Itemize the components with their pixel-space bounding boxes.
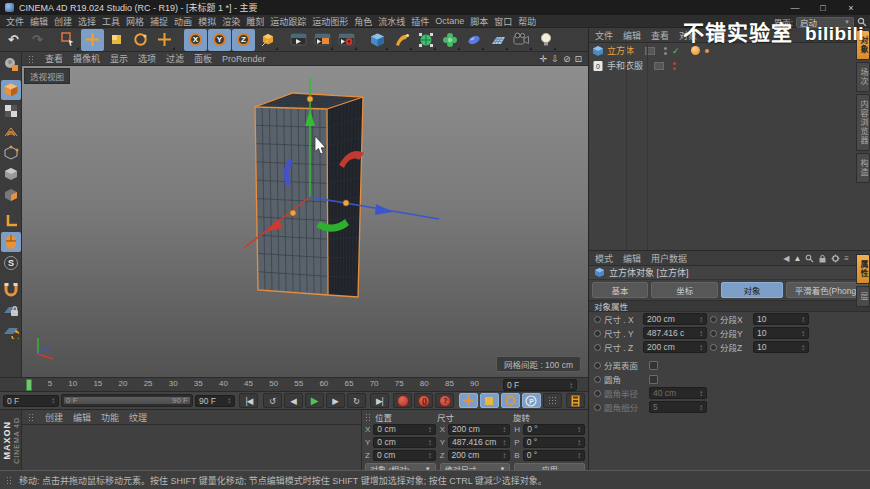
search-icon[interactable] [805, 254, 814, 263]
material-list-empty[interactable] [22, 425, 361, 470]
om-menu-file[interactable]: 文件 [595, 29, 613, 42]
rot-b-field[interactable]: 0 °↕ [523, 450, 585, 461]
menu-file[interactable]: 文件 [6, 15, 24, 28]
side-tab-takes[interactable]: 场次 [856, 62, 870, 92]
tag-dot-icon[interactable] [705, 49, 709, 53]
lock-icon[interactable] [818, 254, 827, 263]
anim-dot[interactable] [710, 316, 717, 323]
phong-tag-icon[interactable] [691, 46, 700, 55]
add-camera-button[interactable] [510, 29, 533, 51]
vp-pan-icon[interactable]: ✛ [540, 54, 548, 64]
add-primitive-cube-button[interactable] [366, 29, 389, 51]
vp-toggle-view-icon[interactable]: ⊡ [574, 54, 582, 64]
x-axis-lock-button[interactable]: X [184, 29, 207, 51]
vp-menu-options[interactable]: 选项 [138, 52, 156, 65]
vp-menu-view[interactable]: 查看 [45, 52, 63, 65]
add-environment-button[interactable] [462, 29, 485, 51]
fillet-checkbox[interactable] [649, 375, 658, 384]
vp-menu-prorender[interactable]: ProRender [222, 54, 266, 64]
vp-menu-display[interactable]: 显示 [110, 52, 128, 65]
menu-snap[interactable]: 捕捉 [150, 15, 168, 28]
anim-dot[interactable] [710, 330, 717, 337]
mat-menu-function[interactable]: 功能 [101, 411, 119, 424]
menu-motion-tracker[interactable]: 运动跟踪 [270, 15, 306, 28]
play-button[interactable]: ▶ [305, 393, 324, 408]
layer-square[interactable] [654, 62, 664, 70]
filter-icon[interactable]: ▲ [793, 254, 801, 263]
keyframe-presets-button[interactable] [566, 393, 585, 408]
object-row-secondary[interactable]: 0 手和衣服 [589, 58, 870, 73]
key-position-toggle[interactable] [459, 393, 478, 408]
lock-workplane-button[interactable] [1, 300, 21, 320]
search-icon[interactable] [857, 17, 867, 27]
menu-mograph[interactable]: 运动图形 [312, 15, 348, 28]
scale-tool-button[interactable] [105, 29, 128, 51]
texture-mode-button[interactable] [1, 101, 21, 121]
ruler-frame-field[interactable]: 0 F↕ [503, 379, 577, 391]
menu-mesh[interactable]: 网格 [126, 15, 144, 28]
previous-key-button[interactable]: ↺ [263, 393, 282, 408]
seg-y-field[interactable]: 10↕ [753, 327, 809, 339]
menu-character[interactable]: 角色 [354, 15, 372, 28]
menu-plugins[interactable]: 插件 [411, 15, 429, 28]
autokey-button[interactable]: ( ) [414, 393, 433, 408]
render-view-button[interactable] [287, 29, 310, 51]
previous-frame-button[interactable]: ◀ [284, 393, 303, 408]
viewport-solo-button[interactable] [1, 232, 21, 252]
menu-select[interactable]: 选择 [78, 15, 96, 28]
render-settings-button[interactable] [335, 29, 358, 51]
enabled-check-icon[interactable]: ✓ [672, 46, 680, 56]
move-tool-button[interactable] [81, 29, 104, 51]
add-deformer-button[interactable] [438, 29, 461, 51]
menu-script[interactable]: 脚本 [470, 15, 488, 28]
vp-menu-panel[interactable]: 面板 [194, 52, 212, 65]
om-menu-tags[interactable]: 标签 [707, 29, 725, 42]
redo-button[interactable]: ↷ [26, 29, 49, 51]
frame-range-slider[interactable]: 0 F 90 F [61, 394, 193, 407]
maximize-button[interactable]: □ [809, 0, 837, 15]
pos-y-field[interactable]: 0 cm↕ [373, 437, 435, 448]
y-axis-lock-button[interactable]: Y [208, 29, 231, 51]
polygon-face-mode-button[interactable] [1, 185, 21, 205]
menu-tools[interactable]: 工具 [102, 15, 120, 28]
add-spline-button[interactable] [390, 29, 413, 51]
seg-x-field[interactable]: 10↕ [753, 313, 809, 325]
size-z-field[interactable]: 200 cm↕ [448, 450, 511, 461]
snap-settings-button[interactable]: S [1, 253, 21, 273]
am-menu-edit[interactable]: 编辑 [623, 252, 641, 265]
am-menu-userdata[interactable]: 用户数据 [651, 252, 687, 265]
pos-z-field[interactable]: 0 cm↕ [373, 450, 436, 461]
mat-menu-edit[interactable]: 编辑 [73, 411, 91, 424]
visibility-dots[interactable] [664, 47, 667, 55]
anim-dot[interactable] [594, 330, 601, 337]
menu-edit[interactable]: 编辑 [30, 15, 48, 28]
om-menu-objects[interactable]: 对象 [679, 29, 697, 42]
live-selection-button[interactable] [57, 29, 80, 51]
menu-render[interactable]: 渲染 [222, 15, 240, 28]
next-key-button[interactable]: ↻ [347, 393, 366, 408]
current-frame-field[interactable]: 0 F↕ [3, 395, 59, 407]
anim-dot[interactable] [594, 362, 601, 369]
add-floor-button[interactable] [486, 29, 509, 51]
enable-snap-button[interactable] [1, 279, 21, 299]
side-tab-content-browser[interactable]: 内容浏览器 [856, 94, 870, 151]
size-y-field[interactable]: 487.416 cm↕ [448, 437, 510, 448]
visibility-dots[interactable] [673, 62, 676, 70]
anim-dot[interactable] [594, 344, 601, 351]
menu-simulate[interactable]: 模拟 [198, 15, 216, 28]
om-menu-view[interactable]: 查看 [651, 29, 669, 42]
vp-zoom-icon[interactable]: ⇩ [551, 54, 559, 64]
mat-menu-texture[interactable]: 纹理 [129, 411, 147, 424]
om-menu-edit[interactable]: 编辑 [623, 29, 641, 42]
end-frame-field[interactable]: 90 F↕ [195, 395, 235, 407]
panel-handle-icon[interactable] [365, 413, 372, 421]
add-subdivision-surface-button[interactable] [414, 29, 437, 51]
menu-window[interactable]: 窗口 [494, 15, 512, 28]
timeline-ruler[interactable]: 051015202530354045505560657075808590 0 F… [0, 377, 588, 392]
side-tab-objects[interactable]: 对象 [856, 30, 870, 60]
separate-surfaces-checkbox[interactable] [649, 361, 658, 370]
interface-dropdown[interactable]: 启动▼ [796, 17, 854, 28]
menu-animate[interactable]: 动画 [174, 15, 192, 28]
timeline-playhead[interactable] [26, 379, 32, 391]
align-workplane-button[interactable] [1, 321, 21, 341]
